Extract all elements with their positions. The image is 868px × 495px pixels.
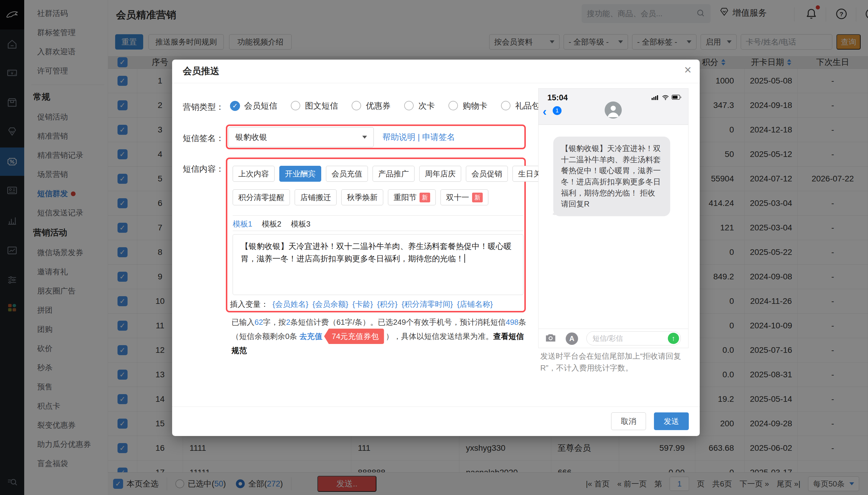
template-category-重阳节[interactable]: 重阳节新: [388, 189, 436, 205]
phone-preview: 15:04 ‹ 1 【银豹收银】天冷宜进补！双十二温补牛羊肉、养生汤料套餐热促中…: [538, 88, 688, 348]
template-category-label: 秋季焕新: [347, 192, 378, 203]
marketing-option-label: 购物卡: [463, 100, 488, 112]
template-category-label: 重阳节: [394, 192, 416, 203]
template-category-会员充值[interactable]: 会员充值: [326, 166, 368, 182]
variable-link[interactable]: {会员姓名}: [273, 299, 308, 309]
avatar: [605, 101, 622, 119]
sms-input-field[interactable]: 短信/彩信 ↑: [586, 331, 681, 345]
template-category-label: 会员充值: [331, 169, 362, 179]
variable-link[interactable]: {会员余额}: [312, 299, 348, 309]
battery-icon: [672, 95, 682, 100]
member-push-dialog: 会员推送 × 营销类型： ✓会员短信图文短信优惠券次卡购物卡礼品包 短信签名： …: [172, 59, 700, 436]
divider: [172, 407, 700, 407]
phone-status-icons: [652, 95, 682, 100]
tab-模板2[interactable]: 模板2: [262, 219, 281, 229]
template-category-周年店庆[interactable]: 周年店庆: [419, 166, 461, 182]
template-category-上次内容[interactable]: 上次内容: [233, 166, 275, 182]
recharge-link[interactable]: 去充值: [299, 332, 323, 341]
tab-模板3[interactable]: 模板3: [291, 219, 310, 229]
back-chevron-icon[interactable]: ‹: [543, 105, 546, 118]
phone-time: 15:04: [547, 93, 568, 102]
signal-icon: [652, 95, 659, 100]
unread-badge: 1: [553, 106, 561, 115]
signature-help-links[interactable]: 帮助说明 | 申请签名: [382, 132, 455, 143]
template-category-row-2: 积分清零提醒店铺搬迁秋季焕新重阳节新双十一新: [233, 189, 488, 205]
marketing-option-次卡[interactable]: 次卡: [404, 100, 435, 112]
stats-text: 2: [286, 318, 290, 327]
marketing-option-优惠券[interactable]: 优惠券: [351, 100, 391, 112]
template-category-label: 上次内容: [238, 169, 269, 179]
marketing-option-会员短信[interactable]: ✓会员短信: [230, 100, 277, 112]
phone-header: 15:04 ‹ 1: [539, 88, 688, 125]
template-category-会员促销[interactable]: 会员促销: [466, 166, 508, 182]
sms-stats: 已输入62字，按2条短信计费（61字/条）。已选249个有效手机号，预计消耗短信…: [231, 315, 527, 357]
recharge-package-tag[interactable]: 74元充值券包: [324, 329, 384, 344]
tab-模板1[interactable]: 模板1: [233, 219, 252, 229]
marketing-option-label: 优惠券: [366, 100, 391, 112]
radio-icon: [291, 101, 301, 111]
text-cursor: [464, 254, 465, 263]
new-badge: 新: [472, 193, 483, 202]
radio-icon: [448, 101, 459, 111]
close-icon[interactable]: ×: [684, 64, 691, 76]
template-category-秋季焕新[interactable]: 秋季焕新: [341, 189, 383, 205]
signature-select[interactable]: 银豹收银: [229, 127, 374, 147]
variable-link[interactable]: {积分清零时间}: [402, 299, 453, 309]
cancel-button[interactable]: 取消: [611, 412, 646, 430]
marketing-option-图文短信[interactable]: 图文短信: [291, 100, 338, 112]
divider: [172, 83, 700, 83]
marketing-option-label: 会员短信: [244, 100, 277, 112]
marketing-option-label: 礼品包: [515, 100, 540, 112]
insert-variables-label: 插入变量：: [230, 299, 268, 309]
marketing-type-label: 营销类型：: [178, 101, 224, 113]
phone-input-bar: A 短信/彩信 ↑: [539, 329, 688, 348]
send-arrow-icon[interactable]: ↑: [668, 333, 679, 344]
stats-text: 62: [255, 318, 263, 327]
variable-link[interactable]: {积分}: [377, 299, 397, 309]
sms-content-label: 短信内容：: [178, 164, 224, 175]
template-category-label: 周年店庆: [425, 169, 456, 179]
signature-value: 银豹收银: [235, 132, 267, 142]
marketing-option-礼品包[interactable]: 礼品包: [501, 100, 540, 112]
marketing-type-options: ✓会员短信图文短信优惠券次卡购物卡礼品包: [230, 100, 540, 112]
stats-text: 498: [506, 318, 519, 327]
app-store-icon[interactable]: A: [566, 332, 578, 345]
marketing-option-购物卡[interactable]: 购物卡: [448, 100, 488, 112]
template-category-label: 积分清零提醒: [238, 192, 284, 203]
radio-icon: [404, 101, 414, 111]
sms-signature-label: 短信签名：: [178, 133, 224, 144]
template-category-label: 店铺搬迁: [300, 192, 331, 203]
append-note: 发送时平台会在短信尾部加上“拒收请回复R”，不计入费用统计字数。: [540, 350, 688, 374]
new-badge: 新: [420, 193, 430, 202]
variable-link[interactable]: {店铺名称}: [457, 299, 493, 309]
sms-preview-bubble: 【银豹收银】天冷宜进补！双十二温补牛羊肉、养生汤料套餐热促中！暖心暖胃，滋养一冬…: [553, 137, 670, 216]
send-button[interactable]: 发送: [654, 412, 689, 430]
dialog-title: 会员推送: [183, 65, 219, 77]
radio-checked-icon: ✓: [230, 101, 240, 111]
marketing-option-label: 图文短信: [305, 100, 338, 112]
variable-link[interactable]: {卡龄}: [353, 299, 373, 309]
sms-content-text: 【银豹收银】天冷宜进补！双十二温补牛羊肉、养生汤料套餐热促中！暖心暖胃，滋养一冬…: [241, 242, 512, 263]
template-category-label: 双十一: [446, 192, 469, 203]
stats-text: 已输入: [231, 318, 255, 327]
template-category-店铺搬迁[interactable]: 店铺搬迁: [295, 189, 337, 205]
sms-content-textarea[interactable]: 【银豹收银】天冷宜进补！双十二温补牛羊肉、养生汤料套餐热促中！暖心暖胃，滋养一冬…: [233, 234, 523, 295]
radio-icon: [501, 101, 511, 111]
radio-icon: [351, 101, 362, 111]
wifi-icon: [661, 95, 669, 100]
chevron-down-icon: [362, 136, 367, 139]
stats-text: ），具体以短信发送结果为准。: [386, 332, 493, 341]
stats-text: 字，按: [263, 318, 286, 327]
template-category-开业酬宾[interactable]: 开业酬宾: [279, 166, 321, 182]
camera-icon[interactable]: [545, 333, 556, 344]
template-category-双十一[interactable]: 双十一新: [441, 189, 488, 205]
template-category-积分清零提醒[interactable]: 积分清零提醒: [233, 189, 290, 205]
divider: [233, 215, 523, 216]
marketing-option-label: 次卡: [419, 100, 435, 112]
sms-input-placeholder: 短信/彩信: [592, 334, 623, 343]
template-category-label: 开业酬宾: [285, 169, 316, 179]
template-category-label: 会员促销: [472, 169, 502, 179]
insert-variables-row: 插入变量：{会员姓名}{会员余额}{卡龄}{积分}{积分清零时间}{店铺名称}: [230, 299, 525, 309]
template-category-产品推广[interactable]: 产品推广: [373, 166, 414, 182]
template-tabs: 模板1模板2模板3: [233, 219, 310, 229]
